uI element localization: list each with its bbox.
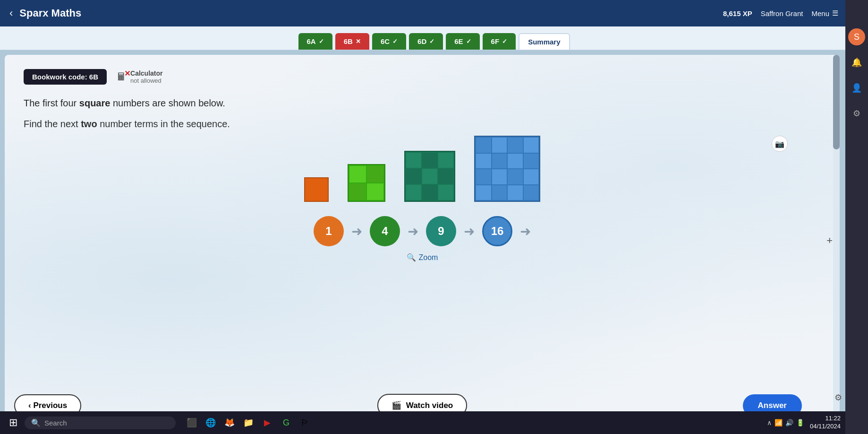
grid-cell bbox=[438, 185, 453, 200]
tab-6E-label: 6E bbox=[454, 37, 463, 45]
back-button[interactable]: ‹ bbox=[9, 7, 13, 19]
square-1-grid bbox=[304, 177, 329, 202]
question-line2-text: Find the next two number terms in the se… bbox=[24, 119, 230, 129]
grid-cell bbox=[476, 169, 491, 184]
grid-cell bbox=[422, 153, 437, 168]
sequence-row: 1 ➜ 4 ➜ 9 ➜ 16 ➜ bbox=[314, 216, 531, 246]
content-panel: Bookwork code: 6B 🖩✕ Calculator not allo… bbox=[5, 55, 840, 426]
grid-cell bbox=[406, 185, 421, 200]
tab-6F-check: ✓ bbox=[502, 38, 507, 45]
tab-6D[interactable]: 6D ✓ bbox=[409, 33, 443, 50]
clock-date: 04/11/2024 bbox=[810, 423, 841, 431]
taskbar-app-3[interactable]: 🦊 bbox=[221, 414, 238, 431]
question-line2: Find the next two number terms in the se… bbox=[24, 117, 821, 131]
taskbar-running-apps: ⬛ 🌐 🦊 📁 ▶ G 🏳 bbox=[183, 414, 314, 431]
question-line1-text: The first four square numbers are shown … bbox=[24, 98, 225, 108]
diagram-area: 📷 bbox=[24, 140, 821, 262]
notification-icon[interactable]: 🔔 bbox=[848, 54, 865, 71]
zoom-icon: 🔍 bbox=[407, 253, 416, 262]
tab-6F-label: 6F bbox=[491, 37, 500, 45]
taskbar-app-6[interactable]: G bbox=[278, 414, 295, 431]
plus-button[interactable]: + bbox=[826, 234, 833, 247]
taskbar-search-box[interactable]: 🔍 Search bbox=[25, 417, 176, 429]
tab-6F[interactable]: 6F ✓ bbox=[483, 33, 516, 50]
square-9-grid bbox=[404, 151, 455, 202]
systray-wifi[interactable]: 🔊 bbox=[785, 419, 793, 426]
grid-cell bbox=[422, 169, 437, 184]
zoom-button[interactable]: 🔍 Zoom bbox=[407, 253, 438, 262]
taskbar-app-7[interactable]: 🏳 bbox=[297, 414, 314, 431]
grid-cell bbox=[476, 154, 491, 169]
scrollbar-thumb[interactable] bbox=[833, 55, 840, 149]
grid-cell bbox=[524, 185, 539, 200]
taskbar-time-display[interactable]: 11:22 04/11/2024 bbox=[810, 415, 841, 431]
grid-cell bbox=[492, 185, 507, 200]
tab-6D-label: 6D bbox=[417, 37, 426, 45]
tab-summary[interactable]: Summary bbox=[519, 33, 570, 50]
zoom-label: Zoom bbox=[419, 253, 438, 262]
top-bar-right: 8,615 XP Saffron Grant Menu ☰ 🔍 bbox=[723, 8, 859, 19]
user-name: Saffron Grant bbox=[761, 9, 803, 17]
tab-6A-label: 6A bbox=[307, 37, 316, 45]
tab-6C[interactable]: 6C ✓ bbox=[372, 33, 406, 50]
grid-cell bbox=[349, 166, 366, 182]
arrow-2: ➜ bbox=[408, 224, 418, 239]
tab-6C-check: ✓ bbox=[392, 38, 398, 45]
taskbar-app-1[interactable]: ⬛ bbox=[183, 414, 200, 431]
arrow-3: ➜ bbox=[464, 224, 475, 239]
grid-cell bbox=[492, 169, 507, 184]
seq-num-9: 9 bbox=[426, 216, 456, 246]
seq-num-1: 1 bbox=[314, 216, 344, 246]
square-4-grid bbox=[348, 164, 385, 202]
grid-cell bbox=[438, 169, 453, 184]
calculator-x-icon: ✕ bbox=[124, 69, 130, 78]
grid-cell bbox=[476, 185, 491, 200]
taskbar: ⊞ 🔍 Search ⬛ 🌐 🦊 📁 ▶ G 🏳 ∧ 📶 🔊 🔋 11:22 0… bbox=[0, 411, 845, 434]
user-profile-icon[interactable]: 👤 bbox=[848, 79, 865, 96]
arrow-4: ➜ bbox=[520, 224, 531, 239]
square-4 bbox=[348, 164, 385, 202]
grid-cell bbox=[367, 166, 383, 182]
grid-cell bbox=[508, 154, 523, 169]
tab-6B[interactable]: 6B ✕ bbox=[335, 33, 369, 50]
bookwork-row: Bookwork code: 6B 🖩✕ Calculator not allo… bbox=[24, 69, 821, 85]
grid-cell bbox=[508, 169, 523, 184]
tab-6B-x: ✕ bbox=[356, 38, 361, 45]
squares-row bbox=[304, 136, 540, 202]
grid-cell bbox=[508, 138, 523, 153]
systray-battery[interactable]: 🔋 bbox=[796, 419, 804, 426]
xp-display: 8,615 XP bbox=[723, 9, 752, 17]
seq-num-4: 4 bbox=[370, 216, 400, 246]
menu-button[interactable]: Menu ☰ bbox=[811, 9, 838, 17]
settings-side-icon[interactable]: ⚙ bbox=[848, 105, 865, 122]
windows-start-button[interactable]: ⊞ bbox=[5, 414, 22, 431]
systray-sound[interactable]: 📶 bbox=[774, 419, 783, 426]
square-16-grid bbox=[474, 136, 540, 202]
square-9 bbox=[404, 151, 455, 202]
main-area: Bookwork code: 6B 🖩✕ Calculator not allo… bbox=[0, 50, 868, 431]
hamburger-icon: ☰ bbox=[832, 9, 838, 17]
tab-6E[interactable]: 6E ✓ bbox=[446, 33, 479, 50]
answer-label: Answer bbox=[758, 401, 787, 410]
tab-6C-label: 6C bbox=[381, 37, 390, 45]
tab-6A[interactable]: 6A ✓ bbox=[298, 33, 332, 50]
systray-expand[interactable]: ∧ bbox=[767, 419, 772, 426]
taskbar-app-4[interactable]: 📁 bbox=[240, 414, 257, 431]
question-line1: The first four square numbers are shown … bbox=[24, 96, 821, 110]
scrollbar-track[interactable] bbox=[833, 55, 840, 426]
grid-cell bbox=[367, 183, 383, 200]
calculator-info: 🖩✕ Calculator not allowed bbox=[116, 69, 162, 84]
taskbar-app-2[interactable]: 🌐 bbox=[202, 414, 219, 431]
tab-6A-check: ✓ bbox=[319, 38, 324, 45]
taskbar-app-5[interactable]: ▶ bbox=[259, 414, 276, 431]
settings-button[interactable]: ⚙ bbox=[834, 392, 842, 403]
camera-button[interactable]: 📷 bbox=[772, 136, 788, 152]
systray: ∧ 📶 🔊 🔋 bbox=[767, 419, 804, 426]
taskbar-right: ∧ 📶 🔊 🔋 11:22 04/11/2024 bbox=[767, 415, 841, 431]
grid-cell bbox=[492, 154, 507, 169]
right-icon-bar: S 🔔 👤 ⚙ bbox=[845, 0, 868, 434]
bookwork-badge: Bookwork code: 6B bbox=[24, 69, 107, 85]
grid-cell bbox=[524, 169, 539, 184]
avatar-icon[interactable]: S bbox=[848, 28, 865, 45]
previous-label: ‹ Previous bbox=[28, 401, 67, 410]
